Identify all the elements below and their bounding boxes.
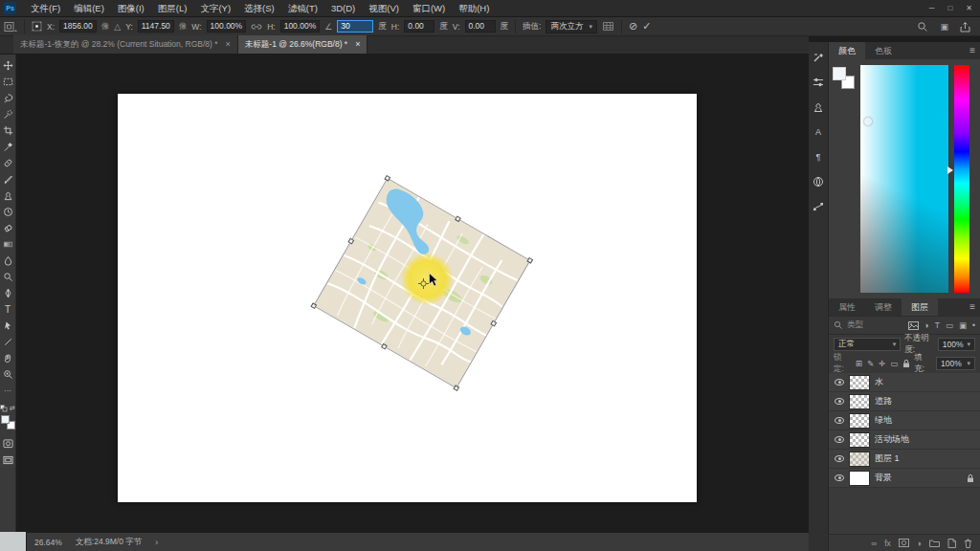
swap-colors-icon[interactable]: ⇄ [10,405,15,412]
y-input[interactable]: 1147.50 [138,20,174,33]
layer-row-green[interactable]: 绿地 [829,411,980,430]
color-field-marker[interactable] [864,118,872,125]
rotation-angle-input[interactable]: 30 [337,20,373,33]
lock-all-icon[interactable] [902,359,910,368]
more-tools-icon[interactable]: ··· [0,383,15,399]
menu-window[interactable]: 窗口(W) [406,0,452,17]
lock-pixels-icon[interactable]: ✎ [867,359,874,368]
lock-position-icon[interactable]: ✛ [879,359,885,368]
canvas-area[interactable] [16,55,809,533]
layer-visibility-toggle[interactable] [835,436,844,443]
width-input[interactable]: 100.00% [207,20,247,33]
crop-tool[interactable] [0,122,15,139]
relative-position-toggle[interactable]: △ [114,22,121,32]
filter-smart-object-icon[interactable]: ▣ [959,320,967,330]
quick-select-tool[interactable] [0,106,15,122]
search-icon[interactable] [834,320,843,330]
tab-adjustments[interactable]: 调整 [865,298,902,316]
minimize-button[interactable]: ─ [929,0,935,17]
layer-row-activity[interactable]: 活动场地 [829,430,980,450]
screen-mode-button[interactable] [0,452,15,468]
delete-layer-icon[interactable] [964,539,972,548]
history-brush-tool[interactable] [0,204,15,220]
character-panel-icon[interactable]: A [810,124,827,140]
layer-visibility-toggle[interactable] [835,417,844,424]
line-tool[interactable] [0,334,15,350]
layer-name[interactable]: 图层 1 [875,452,900,465]
document-tab-1[interactable]: 未标题-1-恢复的 @ 28.2% (Current Situation, RG… [13,35,238,54]
type-tool[interactable]: T [0,301,15,318]
history-panel-icon[interactable] [810,50,827,65]
menu-filter[interactable]: 滤镜(T) [281,0,324,17]
menu-view[interactable]: 视图(V) [362,0,406,17]
layer-thumbnail[interactable] [849,394,870,409]
paragraph-panel-icon[interactable]: ¶ [810,149,827,165]
menu-3d[interactable]: 3D(D) [324,0,362,17]
layer-row-background[interactable]: 背景 [829,469,980,488]
eraser-tool[interactable] [0,220,15,236]
layer-style-fx-icon[interactable]: fx [884,539,891,548]
layer-row-layer1[interactable]: 图层 1 [829,450,980,469]
marquee-tool[interactable] [0,74,15,90]
lock-artboard-icon[interactable]: ▭ [890,359,898,368]
tab-color[interactable]: 颜色 [829,42,865,59]
x-input[interactable]: 1856.00 [59,20,97,33]
layer-visibility-toggle[interactable] [835,455,844,462]
tab-properties[interactable]: 属性 [829,298,865,316]
layer-thumbnail[interactable] [849,432,870,448]
filter-adjustment-layers-icon[interactable]: ◑ [924,320,929,330]
close-button[interactable]: ✕ [966,0,972,17]
zoom-level[interactable]: 26.64% [34,538,62,547]
path-select-tool[interactable] [0,318,15,334]
reference-point-locator[interactable] [32,21,42,32]
workspace-icon[interactable]: ▣ [940,22,948,32]
healing-brush-tool[interactable] [0,155,15,171]
paths-panel-icon[interactable] [810,199,827,214]
tab-swatches[interactable]: 色板 [865,42,902,59]
cancel-transform-button[interactable]: ⊘ [629,20,637,33]
pen-tool[interactable] [0,285,15,301]
menu-help[interactable]: 帮助(H) [452,0,496,17]
share-icon[interactable] [960,21,970,33]
status-chevron-icon[interactable]: › [155,538,158,547]
clone-source-panel-icon[interactable] [810,99,827,115]
filter-pixel-layers-icon[interactable] [908,321,919,330]
commit-transform-button[interactable]: ✓ [642,20,651,33]
restore-button[interactable]: □ [947,0,952,17]
menu-image[interactable]: 图像(I) [111,0,151,17]
transform-reference-point[interactable] [418,278,429,289]
layer-visibility-toggle[interactable] [835,379,844,386]
height-input[interactable]: 100.00% [280,20,321,33]
add-layer-mask-icon[interactable] [899,539,909,547]
layer-thumbnail[interactable] [849,413,870,429]
menu-file[interactable]: 文件(F) [24,0,67,17]
color-panel-swatches[interactable] [833,67,858,92]
saturation-brightness-field[interactable] [860,65,948,293]
document-size-info[interactable]: 文档:24.9M/0 字节 [76,537,142,548]
layer-thumbnail[interactable] [849,375,870,390]
menu-type[interactable]: 文字(Y) [193,0,237,17]
brush-settings-panel-icon[interactable] [810,75,827,90]
layer-name[interactable]: 绿地 [875,414,892,427]
dodge-tool[interactable] [0,269,15,285]
filter-type-layers-icon[interactable]: T [935,320,940,330]
fill-select[interactable]: 100% ▾ [936,357,975,370]
menu-select[interactable]: 选择(S) [237,0,281,17]
maintain-aspect-icon[interactable] [251,22,262,32]
menu-edit[interactable]: 编辑(E) [67,0,111,17]
interpolation-select[interactable]: 两次立方 ▾ [546,20,597,33]
lock-transparency-icon[interactable]: ⊞ [856,359,862,368]
layer-row-roads[interactable]: 道路 [829,392,980,411]
foreground-background-swatches[interactable] [1,415,15,430]
clone-stamp-tool[interactable] [0,187,15,204]
tool-preset-icon[interactable] [4,21,17,33]
skew-h-input[interactable]: 0.00 [404,20,434,33]
blend-mode-select[interactable]: 正常 ▾ [834,338,901,351]
opacity-select[interactable]: 100% ▾ [938,338,975,351]
3d-panel-icon[interactable] [810,174,827,189]
brush-tool[interactable] [0,171,15,187]
warp-mode-toggle[interactable] [602,21,614,32]
layer-name[interactable]: 背景 [875,472,892,484]
layer-name[interactable]: 水 [875,376,883,388]
tab-layers[interactable]: 图层 [902,298,938,316]
